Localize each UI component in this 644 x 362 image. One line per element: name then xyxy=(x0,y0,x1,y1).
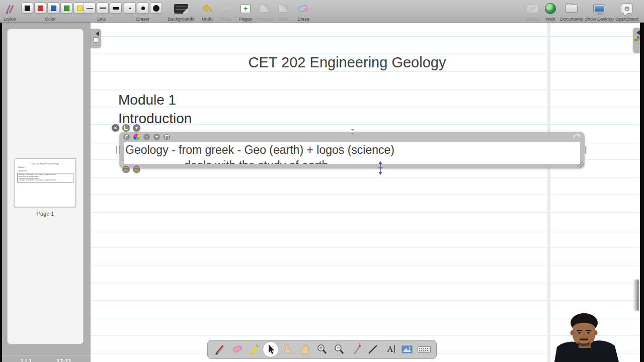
zoom-in-tool[interactable] xyxy=(314,341,330,357)
openboard-menu-button[interactable]: ⚙ OpenBoard xyxy=(613,0,641,23)
web-globe-icon xyxy=(545,3,556,14)
erase-button[interactable]: Erase xyxy=(293,0,314,23)
redo-icon xyxy=(216,2,234,15)
line-label: Line xyxy=(84,17,120,22)
black-swatch xyxy=(25,6,30,11)
duplicate-icon[interactable] xyxy=(122,124,130,132)
menu-lines-icon[interactable] xyxy=(122,165,130,173)
menu-lines-icon-2[interactable] xyxy=(132,165,141,173)
eraser-icon xyxy=(230,343,244,356)
right-grip-handle[interactable] xyxy=(584,146,587,154)
yellow-swatch xyxy=(77,6,83,11)
interact-tool[interactable] xyxy=(280,341,296,357)
zoom-out-icon xyxy=(333,343,346,356)
board-button: Board xyxy=(523,0,542,23)
chevron-down-icon[interactable]: ▼ xyxy=(132,124,141,132)
heading-line-1: Module 1 xyxy=(118,90,192,109)
margin-line xyxy=(547,23,550,362)
eraser-large-button[interactable] xyxy=(150,3,162,14)
increase-size-icon[interactable]: + xyxy=(153,134,160,140)
eraser-medium-button[interactable] xyxy=(137,3,149,14)
page-mini-icon xyxy=(94,37,98,43)
color-swatch-blue[interactable] xyxy=(47,3,59,14)
textbox-content[interactable]: Geology - from greek - Geo (earth) + log… xyxy=(124,142,580,164)
line-tool[interactable] xyxy=(365,341,381,357)
pan-tool[interactable] xyxy=(297,341,313,357)
eraser-small-button[interactable] xyxy=(124,3,136,14)
stylus-label: Stylus xyxy=(2,17,17,22)
erase-icon xyxy=(293,2,314,15)
zoom-in-icon xyxy=(315,343,329,356)
web-label: Web xyxy=(542,17,558,22)
color-swatch-green[interactable] xyxy=(60,3,72,14)
pen-tool[interactable] xyxy=(212,341,228,357)
resize-icon[interactable] xyxy=(164,134,170,140)
web-button[interactable]: Web xyxy=(542,0,558,23)
font-icon[interactable]: F xyxy=(123,134,130,140)
next-page-icon xyxy=(278,5,287,13)
color-wheel-icon[interactable] xyxy=(133,134,140,140)
highlighter-icon xyxy=(248,343,261,356)
thumb-textbox: Geology - from greek - Geo (earth) + log… xyxy=(17,173,73,183)
color-label: Color xyxy=(20,17,80,22)
sidebar-collapse-tab[interactable] xyxy=(91,29,101,48)
color-swatch-red[interactable] xyxy=(34,3,46,14)
vertical-resize-cursor-icon[interactable] xyxy=(377,161,384,177)
medium-line-icon xyxy=(100,8,106,9)
rotate-handle-icon[interactable] xyxy=(573,132,581,141)
board-title-text[interactable]: CET 202 Engineering Geology xyxy=(216,54,478,71)
highlighter-tool[interactable] xyxy=(246,341,262,357)
line-medium-button[interactable] xyxy=(97,3,109,14)
clock: 12:11 xyxy=(56,358,71,362)
plus-icon: + xyxy=(244,5,248,12)
eraser-label: Eraser xyxy=(124,17,162,22)
documents-button[interactable]: Documents xyxy=(557,0,586,23)
zoom-out-tool[interactable] xyxy=(331,341,347,357)
previous-button: Previous xyxy=(254,0,275,23)
line-icon xyxy=(366,343,379,356)
line-group: Line xyxy=(84,0,120,23)
backgrounds-button[interactable]: Backgrounds xyxy=(166,0,196,23)
page-thumbnail[interactable]: CET 202 Engineering Geology Module 1 Int… xyxy=(15,158,76,207)
eraser-tool[interactable] xyxy=(229,341,245,357)
page-navigator-panel: CET 202 Engineering Geology Module 1 Int… xyxy=(7,29,84,344)
thumb-heading1: Module 1 xyxy=(18,166,75,168)
board-heading-text[interactable]: Module 1 Introduction xyxy=(118,90,192,128)
textbox-frame[interactable]: × ▼ F − + Geology - from greek - Geo (ea… xyxy=(119,132,585,168)
medium-dot-icon xyxy=(141,7,145,10)
text-tool[interactable]: A xyxy=(382,341,398,357)
next-button: Next xyxy=(275,0,291,23)
next-label: Next xyxy=(275,17,291,22)
capture-icon xyxy=(400,343,414,356)
library-collapse-tab[interactable] xyxy=(633,28,640,53)
pointing-hand-icon xyxy=(281,343,294,356)
capture-tool[interactable] xyxy=(399,341,415,357)
open-hand-icon xyxy=(298,343,311,356)
top-toolbar: Stylus Color Line Eraser Backgrounds xyxy=(0,0,644,23)
close-icon[interactable]: × xyxy=(111,124,120,132)
color-group: Color xyxy=(20,0,80,23)
library-icon xyxy=(634,36,639,41)
undo-button[interactable]: Undo xyxy=(198,0,216,23)
line-thick-button[interactable] xyxy=(110,3,122,14)
show-desktop-button[interactable]: Show Desktop xyxy=(584,0,615,23)
thumb-title: CET 202 Engineering Geology xyxy=(15,162,75,165)
pages-button[interactable]: + Pages xyxy=(235,0,256,23)
color-swatch-black[interactable] xyxy=(21,3,33,14)
stylus-icon xyxy=(2,2,17,15)
documents-folder-icon xyxy=(566,5,578,13)
blue-swatch xyxy=(51,6,56,11)
decrease-size-icon[interactable]: − xyxy=(143,134,150,140)
laser-tool[interactable] xyxy=(348,341,364,357)
pages-label: Pages xyxy=(235,17,256,22)
selector-tool[interactable] xyxy=(263,341,279,357)
stylus-group[interactable]: Stylus xyxy=(2,0,17,23)
previous-page-icon xyxy=(260,5,269,13)
keyboard-tool[interactable] xyxy=(416,341,432,357)
line-thin-button[interactable] xyxy=(84,3,96,14)
left-grip-handle[interactable] xyxy=(116,146,120,154)
large-dot-icon xyxy=(153,5,159,12)
erase-label: Erase xyxy=(293,17,314,22)
top-grip-handle[interactable] xyxy=(349,129,357,133)
selector-arrow-icon xyxy=(264,343,277,356)
